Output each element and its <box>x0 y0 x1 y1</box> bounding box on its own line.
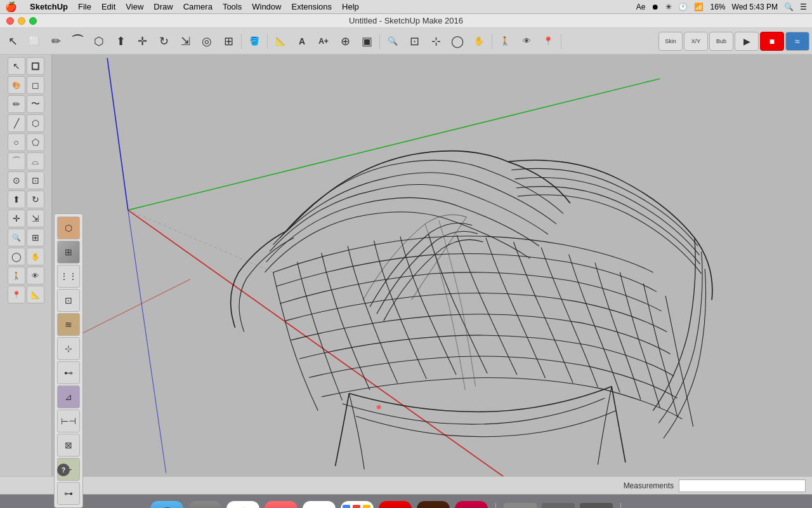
mode-xy[interactable]: X/Y <box>684 32 708 51</box>
dock-illustrator[interactable]: Ai <box>417 501 450 509</box>
tool-3dtext[interactable]: A+ <box>313 31 334 51</box>
left-look[interactable]: 👁 <box>27 267 44 284</box>
left-arc[interactable]: ⌒ <box>8 152 25 170</box>
tool-axes2[interactable]: ⊕ <box>335 31 355 51</box>
left-move[interactable]: ✛ <box>8 210 25 227</box>
close-button[interactable] <box>6 17 14 25</box>
menu-help[interactable]: Help <box>342 2 359 11</box>
sub-mesh-10[interactable]: ⊠ <box>57 434 80 457</box>
dock-finder[interactable]: 🔵 <box>150 501 183 509</box>
sub-mesh-7[interactable]: ⊷ <box>57 361 80 384</box>
dock-thumb-2[interactable] <box>542 503 575 509</box>
minimize-button[interactable] <box>18 17 25 25</box>
dock-thumb-1[interactable] <box>504 503 537 509</box>
dock-google-apps[interactable] <box>341 501 374 509</box>
tool-followme[interactable]: ◎ <box>197 31 217 51</box>
tool-shapes[interactable]: ⬡ <box>89 31 109 51</box>
sub-mesh-4[interactable]: ⊡ <box>57 289 80 312</box>
list-icon[interactable]: ☰ <box>800 3 807 11</box>
dock-sketchup[interactable]: S <box>379 501 412 509</box>
tool-move[interactable]: ✛ <box>132 31 152 51</box>
left-zoom[interactable]: 🔍 <box>8 229 25 246</box>
tool-zoomext[interactable]: ⊹ <box>426 31 446 51</box>
mode-skin[interactable]: Skin <box>658 32 683 51</box>
mode-play[interactable]: ▶ <box>735 32 759 51</box>
left-select[interactable]: ↖ <box>8 57 25 75</box>
dock-magicplan[interactable]: M <box>455 501 488 509</box>
left-line[interactable]: ╱ <box>8 114 25 132</box>
left-rotate[interactable]: ↻ <box>27 190 44 208</box>
tool-walk2[interactable]: 🚶 <box>495 31 515 51</box>
left-orbit[interactable]: ◯ <box>8 248 25 265</box>
dock-thumb-3[interactable] <box>580 503 613 509</box>
sub-mesh-5[interactable]: ≋ <box>57 313 80 336</box>
left-pencil[interactable]: ✏ <box>8 95 25 113</box>
tool-pushpull[interactable]: ⬆ <box>110 31 131 51</box>
left-scale[interactable]: ⇲ <box>27 210 44 227</box>
left-pan[interactable]: ✋ <box>27 248 44 265</box>
left-eraser[interactable]: ◻ <box>27 76 44 94</box>
menu-camera[interactable]: Camera <box>183 2 213 11</box>
left-shaded[interactable]: 🔲 <box>27 57 44 75</box>
tool-arc[interactable]: ⌒ <box>67 31 88 51</box>
menu-window[interactable]: Window <box>252 2 281 11</box>
menu-draw[interactable]: Draw <box>154 2 173 11</box>
sub-mesh-3[interactable]: ⋮⋮ <box>57 265 80 288</box>
dock-music[interactable]: 🎵 <box>265 501 298 509</box>
tool-scale[interactable]: ⇲ <box>175 31 195 51</box>
tool-tape[interactable]: 📐 <box>270 31 291 51</box>
menu-extensions[interactable]: Extensions <box>291 2 332 11</box>
search-icon[interactable]: 🔍 <box>784 3 794 11</box>
menu-view[interactable]: View <box>126 2 143 11</box>
tool-paint[interactable]: 🪣 <box>244 31 265 51</box>
tool-zoom2[interactable]: 🔍 <box>383 31 403 51</box>
left-zoomext[interactable]: ⊞ <box>27 229 44 246</box>
left-polygon[interactable]: ⬠ <box>27 133 44 151</box>
sub-mesh-grid[interactable]: ⊞ <box>57 241 80 264</box>
mode-red[interactable]: ■ <box>760 32 784 51</box>
dock-trash[interactable]: 🗑 <box>629 501 662 509</box>
maximize-button[interactable] <box>29 17 37 25</box>
left-paint[interactable]: 🎨 <box>8 76 25 94</box>
tool-look2[interactable]: 👁 <box>516 31 537 51</box>
tool-rotate[interactable]: ↻ <box>154 31 174 51</box>
left-freehand[interactable]: 〜 <box>27 95 44 113</box>
sub-mesh-12[interactable]: ⊶ <box>57 482 80 505</box>
left-walk[interactable]: 🚶 <box>8 267 25 284</box>
mode-wave[interactable]: ≈ <box>785 32 809 51</box>
tool-offset[interactable]: ⊞ <box>218 31 239 51</box>
left-arc2[interactable]: ⌓ <box>27 152 44 170</box>
left-pushpull[interactable]: ⬆ <box>8 190 25 208</box>
menu-file[interactable]: File <box>78 2 91 11</box>
tool-select[interactable]: ↖ <box>3 31 23 51</box>
menu-edit[interactable]: Edit <box>102 2 115 11</box>
tool-position2[interactable]: 📍 <box>538 31 558 51</box>
dock-launchpad[interactable]: 🚀 <box>188 501 221 509</box>
sub-mesh-6[interactable]: ⊹ <box>57 337 80 360</box>
apple-menu[interactable]: 🍎 <box>5 1 17 13</box>
tool-zoomwin[interactable]: ⊡ <box>404 31 424 51</box>
viewport-indicator[interactable]: ? <box>57 464 70 476</box>
left-shapes[interactable]: ⬡ <box>27 114 44 132</box>
tool-text[interactable]: A <box>292 31 312 51</box>
left-lasso[interactable]: ⊙ <box>8 171 25 189</box>
left-select2[interactable]: ⊡ <box>27 171 44 189</box>
tool-pan2[interactable]: ✋ <box>469 31 489 51</box>
measurements-input[interactable] <box>679 479 806 492</box>
sub-mesh-8[interactable]: ⊿ <box>57 385 80 408</box>
left-circle[interactable]: ○ <box>8 133 25 151</box>
sub-mesh-9[interactable]: ⊢⊣ <box>57 410 80 432</box>
mode-bub[interactable]: Bub <box>709 32 733 51</box>
menu-sketchup[interactable]: SketchUp <box>30 2 68 11</box>
left-measure[interactable]: 📐 <box>27 286 44 304</box>
3d-viewport[interactable] <box>52 55 812 476</box>
left-position[interactable]: 📍 <box>8 286 25 304</box>
sub-mesh-skin[interactable]: ⬡ <box>57 217 80 239</box>
tool-orbit[interactable]: ◯ <box>447 31 468 51</box>
tool-pencil[interactable]: ✏ <box>46 31 66 51</box>
dock-chrome[interactable]: 🌐 <box>303 501 336 509</box>
menu-tools[interactable]: Tools <box>223 2 242 11</box>
tool-eraser[interactable]: ⬜ <box>24 31 44 51</box>
tool-section[interactable]: ▣ <box>357 31 377 51</box>
dock-photos[interactable]: 🌸 <box>226 501 259 509</box>
